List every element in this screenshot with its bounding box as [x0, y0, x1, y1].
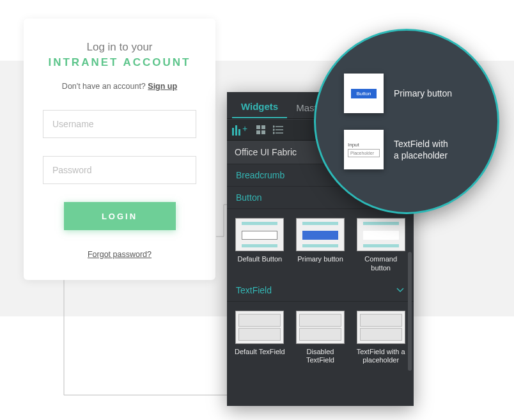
svg-point-12	[273, 129, 274, 130]
signup-link[interactable]: Sign up	[148, 82, 177, 91]
svg-point-11	[273, 126, 274, 127]
tile-label: Default TexField	[234, 348, 285, 357]
login-title-line2: INTRANET ACCOUNT	[43, 56, 196, 69]
signup-row: Don't have an account? Sign up	[43, 82, 196, 91]
section-button-label: Button	[236, 192, 261, 203]
svg-text:+: +	[242, 124, 247, 134]
textfield-grid: Default TexField Disabled TextField Text…	[227, 302, 414, 372]
thumb-textfield-placeholder	[357, 311, 405, 344]
username-input[interactable]	[43, 110, 196, 138]
grid-view-icon[interactable]	[256, 125, 265, 134]
tile-label: Primary button	[295, 255, 346, 264]
section-textfield[interactable]: TextField	[227, 279, 414, 302]
thumb-primary-button	[296, 218, 345, 251]
svg-rect-6	[256, 130, 260, 134]
list-view-icon[interactable]	[273, 125, 283, 134]
login-button[interactable]: LOGIN	[64, 202, 176, 230]
callout-circle: Button Primary button Input Placeholder …	[314, 29, 499, 214]
tile-default-button[interactable]: Default Button	[234, 218, 285, 273]
swatch-textfield: Input Placeholder	[344, 130, 384, 169]
section-breadcrumb-label: Breadcrumb	[236, 170, 284, 180]
tile-label: Default Button	[234, 255, 285, 264]
thumb-default-button	[235, 218, 284, 251]
svg-rect-5	[261, 125, 265, 129]
swatch-primary-button: Button	[344, 74, 384, 113]
signup-prompt: Don't have an account?	[62, 82, 148, 91]
callout-row-textfield: Input Placeholder TextField with a place…	[344, 130, 497, 169]
thumb-default-textfield	[235, 311, 284, 344]
tile-primary-button[interactable]: Primary button	[295, 218, 346, 273]
svg-rect-7	[261, 130, 265, 134]
thumb-disabled-textfield	[296, 311, 345, 344]
svg-rect-0	[232, 128, 234, 136]
tab-widgets[interactable]: Widgets	[232, 95, 287, 118]
chevron-down-icon	[396, 285, 405, 295]
svg-point-13	[273, 132, 274, 134]
svg-rect-2	[238, 129, 240, 136]
callout-label-primary-button: Primary button	[394, 88, 452, 99]
swatch-input-label: Input	[348, 142, 359, 148]
tile-textfield-placeholder[interactable]: TextField with a placeholder	[355, 311, 407, 366]
button-grid: Default Button Primary button Command bu…	[227, 209, 414, 279]
login-title-line1: Log in to your	[43, 41, 196, 54]
swatch-button-label: Button	[351, 89, 376, 98]
password-input[interactable]	[43, 156, 196, 184]
library-add-icon[interactable]: +	[232, 124, 249, 136]
tile-label: Disabled TextField	[295, 348, 346, 366]
tile-label: TextField with a placeholder	[355, 348, 407, 366]
tile-command-button[interactable]: Command button	[355, 218, 407, 273]
tile-default-textfield[interactable]: Default TexField	[234, 311, 285, 366]
svg-rect-1	[235, 125, 237, 136]
swatch-input-placeholder: Placeholder	[348, 149, 380, 157]
login-card: Log in to your INTRANET ACCOUNT Don't ha…	[24, 19, 215, 280]
thumb-command-button	[357, 218, 405, 251]
scrollbar[interactable]	[408, 252, 412, 371]
tile-label: Command button	[355, 255, 407, 273]
svg-rect-4	[256, 125, 260, 129]
section-textfield-label: TextField	[236, 285, 272, 295]
forgot-password-link[interactable]: Forgot password?	[88, 250, 152, 259]
tile-disabled-textfield[interactable]: Disabled TextField	[295, 311, 346, 366]
callout-label-textfield: TextField with a placeholder	[394, 138, 448, 161]
callout-textfield-line1: TextField with	[394, 138, 448, 150]
callout-textfield-line2: a placeholder	[394, 150, 448, 161]
callout-row-primary-button: Button Primary button	[344, 74, 497, 113]
